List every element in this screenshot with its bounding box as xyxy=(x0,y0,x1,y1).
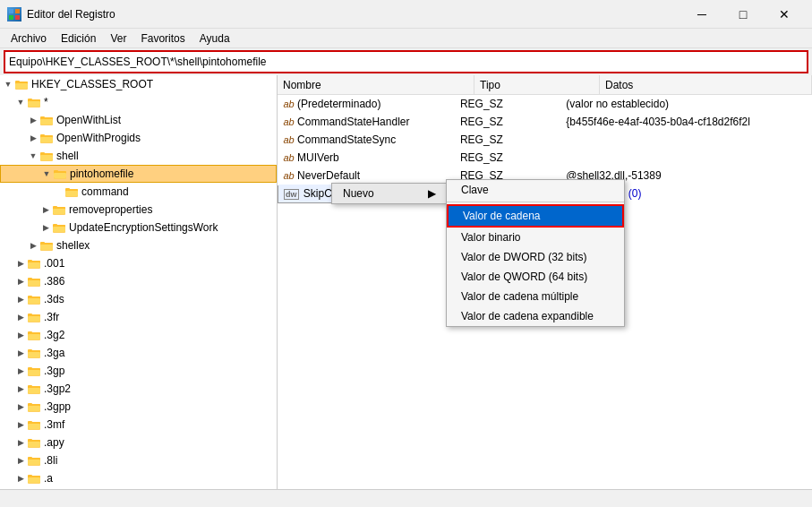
svg-rect-54 xyxy=(28,298,40,304)
menu-favoritos[interactable]: Favoritos xyxy=(133,30,192,47)
table-row[interactable]: ab (Predeterminado) REG_SZ (valor no est… xyxy=(278,95,813,113)
tree-item-pintohomefile[interactable]: ▼ pintohomefile xyxy=(0,165,277,183)
tree-item-updateencryption[interactable]: ▶ UpdateEncryptionSettingsWork xyxy=(0,219,277,236)
tree-arrow-3mf[interactable]: ▶ xyxy=(14,418,27,431)
context-menu-nuevo[interactable]: Nuevo ▶ xyxy=(332,184,447,203)
submenu-item-dword[interactable]: Valor de DWORD (32 bits) xyxy=(447,247,624,267)
tree-arrow-3gp2[interactable]: ▶ xyxy=(14,382,27,395)
tree-openwithprogids-label: OpenWithProgids xyxy=(56,132,141,144)
tree-arrow-apy[interactable]: ▶ xyxy=(14,436,27,449)
svg-rect-58 xyxy=(28,316,40,322)
tree-arrow-3gpp[interactable]: ▶ xyxy=(14,400,27,413)
tree-item-shell[interactable]: ▼ shell xyxy=(0,147,277,165)
tree-arrow-a[interactable]: ▶ xyxy=(14,472,27,485)
context-menu-container: Nuevo ▶ Clave Valor de cadena Valor bina… xyxy=(331,183,448,204)
table-row[interactable]: ab CommandStateHandler REG_SZ {b455f46e-… xyxy=(278,113,813,131)
tree-item-apy[interactable]: ▶ .apy xyxy=(0,434,277,451)
svg-rect-10 xyxy=(28,101,40,107)
tree-arrow-shellex[interactable]: ▶ xyxy=(27,239,39,252)
tree-arrow-openwithlist[interactable]: ▶ xyxy=(27,114,39,126)
tree-arrow-8li[interactable]: ▶ xyxy=(14,454,27,467)
tree-arrow-3fr[interactable]: ▶ xyxy=(14,311,27,323)
submenu-item-clave[interactable]: Clave xyxy=(447,180,624,200)
svg-rect-2 xyxy=(9,15,13,20)
tree-arrow-3gp[interactable]: ▶ xyxy=(14,365,27,377)
tree-item-command[interactable]: command xyxy=(0,183,277,201)
tree-root-label: HKEY_CLASSES_ROOT xyxy=(31,78,153,90)
window-controls: ─ □ ✕ xyxy=(681,0,805,29)
folder-icon-386 xyxy=(27,276,41,288)
minimize-button[interactable]: ─ xyxy=(681,0,722,29)
tree-panel[interactable]: ▼ HKEY_CLASSES_ROOT ▼ xyxy=(0,75,278,489)
tree-item-star[interactable]: ▼ * xyxy=(0,93,277,111)
maximize-button[interactable]: □ xyxy=(722,0,764,29)
submenu-divider xyxy=(447,202,624,202)
tree-item-a52[interactable]: ▶ .a52 xyxy=(0,487,277,489)
tree-arrow-updateencryption[interactable]: ▶ xyxy=(39,221,52,234)
reg-type-commandstatesync: REG_SZ xyxy=(455,131,560,149)
tree-item-386[interactable]: ▶ .386 xyxy=(0,272,277,290)
tree-item-3gp2[interactable]: ▶ .3gp2 xyxy=(0,380,277,398)
tree-item-3gpp[interactable]: ▶ .3gpp xyxy=(0,398,277,416)
menu-ayuda[interactable]: Ayuda xyxy=(192,30,237,47)
svg-rect-46 xyxy=(28,262,40,268)
table-row[interactable]: ab CommandStateSync REG_SZ xyxy=(278,131,813,149)
tree-arrow-001[interactable]: ▶ xyxy=(14,257,27,270)
table-row[interactable]: ab MUIVerb REG_SZ xyxy=(278,149,813,167)
menu-archivo[interactable]: Archivo xyxy=(4,30,54,47)
tree-arrow-shell[interactable]: ▼ xyxy=(27,150,39,162)
submenu-item-cadena-multiple[interactable]: Valor de cadena múltiple xyxy=(447,287,624,306)
address-bar[interactable]: Equipo\HKEY_CLASSES_ROOT\*\shell\pintoho… xyxy=(4,50,808,73)
menu-edicion[interactable]: Edición xyxy=(54,30,103,47)
svg-rect-0 xyxy=(9,9,13,13)
submenu-item-binario[interactable]: Valor binario xyxy=(447,228,624,247)
tree-arrow-removeproperties[interactable]: ▶ xyxy=(39,203,52,216)
reg-name-commandstatehandler: ab CommandStateHandler xyxy=(278,113,455,131)
folder-icon-001 xyxy=(27,258,41,270)
tree-removeproperties-label: removeproperties xyxy=(69,203,152,216)
svg-rect-82 xyxy=(28,424,40,429)
tree-item-001[interactable]: ▶ .001 xyxy=(0,254,277,272)
address-path: Equipo\HKEY_CLASSES_ROOT\*\shell\pintoho… xyxy=(9,56,266,68)
svg-rect-22 xyxy=(40,155,53,160)
tree-item-3ds[interactable]: ▶ .3ds xyxy=(0,290,277,308)
svg-rect-51 xyxy=(28,278,32,280)
submenu-item-cadena-expandible[interactable]: Valor de cadena expandible xyxy=(447,306,624,326)
svg-rect-71 xyxy=(28,367,32,370)
svg-rect-35 xyxy=(53,206,57,209)
tree-root[interactable]: ▼ HKEY_CLASSES_ROOT xyxy=(0,75,277,93)
menu-ver[interactable]: Ver xyxy=(103,30,133,47)
folder-icon-root xyxy=(14,79,29,90)
tree-item-3ga[interactable]: ▶ .3ga xyxy=(0,344,277,362)
tree-arrow-386[interactable]: ▶ xyxy=(14,275,27,288)
tree-item-3g2[interactable]: ▶ .3g2 xyxy=(0,326,277,344)
tree-item-a[interactable]: ▶ .a xyxy=(0,469,277,487)
svg-rect-74 xyxy=(28,388,40,393)
tree-arrow-3ga[interactable]: ▶ xyxy=(14,347,27,359)
tree-item-openwithlist[interactable]: ▶ OpenWithList xyxy=(0,111,277,129)
folder-icon-apy xyxy=(27,437,41,449)
tree-item-8li[interactable]: ▶ .8li xyxy=(0,451,277,469)
svg-rect-18 xyxy=(40,137,53,142)
tree-item-shellex[interactable]: ▶ shellex xyxy=(0,236,277,254)
close-button[interactable]: ✕ xyxy=(764,0,805,29)
tree-arrow-3g2[interactable]: ▶ xyxy=(14,329,27,341)
tree-item-3gp[interactable]: ▶ .3gp xyxy=(0,362,277,380)
cadena-multiple-label: Valor de cadena múltiple xyxy=(461,290,578,303)
folder-icon-removeproperties xyxy=(52,204,66,216)
submenu-item-qword[interactable]: Valor de QWORD (64 bits) xyxy=(447,267,624,287)
reg-name-commandstatesync: ab CommandStateSync xyxy=(278,131,455,149)
tree-arrow-root[interactable]: ▼ xyxy=(2,78,14,90)
submenu-item-cadena[interactable]: Valor de cadena xyxy=(447,204,624,228)
tree-item-3fr[interactable]: ▶ .3fr xyxy=(0,308,277,326)
tree-arrow-star[interactable]: ▼ xyxy=(14,96,27,108)
svg-rect-47 xyxy=(28,260,32,262)
tree-item-removeproperties[interactable]: ▶ removeproperties xyxy=(0,201,277,219)
tree-pintohomefile-label: pintohomefile xyxy=(70,168,133,180)
tree-arrow-openwithprogids[interactable]: ▶ xyxy=(27,132,39,144)
tree-arrow-pintohomefile[interactable]: ▼ xyxy=(40,168,53,180)
tree-openwithlist-label: OpenWithList xyxy=(56,114,121,126)
tree-item-3mf[interactable]: ▶ .3mf xyxy=(0,416,277,434)
tree-arrow-3ds[interactable]: ▶ xyxy=(14,293,27,305)
tree-item-openwithprogids[interactable]: ▶ OpenWithProgids xyxy=(0,129,277,147)
